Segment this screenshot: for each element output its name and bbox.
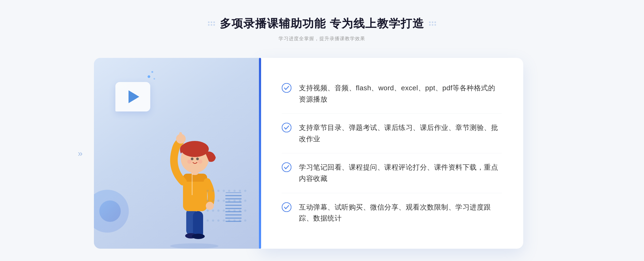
svg-point-20 (282, 203, 291, 212)
blue-accent-bar (259, 58, 261, 249)
left-dots-decoration (208, 21, 215, 26)
title-row: 多项录播课辅助功能 专为线上教学打造 (208, 16, 436, 31)
page-subtitle: 学习进度全掌握，提升录播课教学效果 (279, 35, 365, 42)
svg-point-17 (282, 83, 291, 92)
feature-text-2: 支持章节目录、弹题考试、课后练习、课后作业、章节测验、批改作业 (299, 122, 502, 144)
feature-item-4: 互动弹幕、试听购买、微信分享、观看次数限制、学习进度跟踪、数据统计 (282, 193, 502, 233)
illustration-container (94, 58, 260, 249)
outer-container: » (94, 58, 550, 249)
person-illustration (151, 109, 237, 249)
svg-point-19 (282, 163, 291, 172)
svg-point-16 (198, 159, 202, 164)
header-section: 多项录播课辅助功能 专为线上教学打造 学习进度全掌握，提升录播课教学效果 (208, 16, 436, 42)
feature-item-3: 学习笔记回看、课程提问、课程评论打分、课件资料下载，重点内容收藏 (282, 153, 502, 193)
features-panel: 支持视频、音频、flash、word、excel、ppt、pdf等各种格式的资源… (260, 58, 523, 249)
left-arrow-decoration: » (78, 148, 82, 158)
deco-circle-small (99, 200, 121, 222)
check-icon-3 (282, 162, 291, 172)
svg-point-18 (282, 123, 291, 132)
svg-rect-8 (179, 132, 182, 140)
feature-text-4: 互动弹幕、试听购买、微信分享、观看次数限制、学习进度跟踪、数据统计 (299, 202, 502, 224)
feature-text-1: 支持视频、音频、flash、word、excel、ppt、pdf等各种格式的资源… (299, 83, 502, 105)
right-dots-decoration (429, 21, 436, 26)
svg-point-4 (192, 234, 205, 239)
play-icon (129, 90, 139, 103)
check-icon-2 (282, 123, 291, 132)
page-container: 多项录播课辅助功能 专为线上教学打造 学习进度全掌握，提升录播课教学效果 » (0, 0, 644, 261)
illustration-bg (94, 58, 260, 249)
content-area: 支持视频、音频、flash、word、excel、ppt、pdf等各种格式的资源… (94, 58, 523, 249)
svg-point-15 (187, 159, 192, 164)
feature-item-1: 支持视频、音频、flash、word、excel、ppt、pdf等各种格式的资源… (282, 74, 502, 114)
stripes-decoration (225, 192, 241, 222)
check-icon-4 (282, 202, 291, 212)
svg-point-0 (170, 243, 218, 249)
feature-text-3: 学习笔记回看、课程提问、课程评论打分、课件资料下载，重点内容收藏 (299, 162, 502, 184)
check-icon-1 (282, 83, 291, 93)
main-title: 多项录播课辅助功能 专为线上教学打造 (220, 16, 424, 31)
svg-point-13 (191, 158, 193, 160)
svg-point-14 (196, 158, 199, 160)
play-bubble (115, 82, 150, 111)
feature-item-2: 支持章节目录、弹题考试、课后练习、课后作业、章节测验、批改作业 (282, 114, 502, 153)
